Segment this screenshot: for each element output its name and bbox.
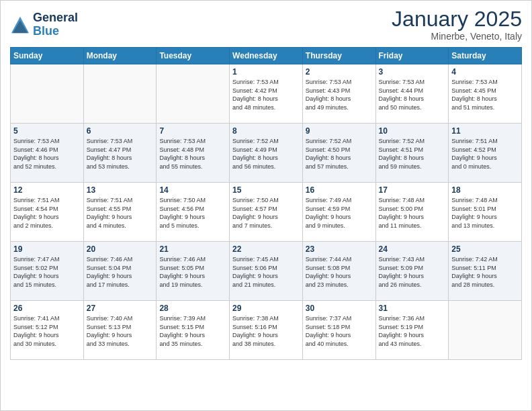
weekday-header-wednesday: Wednesday (230, 48, 303, 64)
day-number: 2 (306, 67, 373, 77)
logo-text: GeneralBlue (33, 11, 78, 38)
day-number: 9 (306, 126, 373, 136)
day-info: Sunrise: 7:53 AM Sunset: 4:42 PM Dayligh… (232, 78, 300, 111)
calendar-cell: 14Sunrise: 7:50 AM Sunset: 4:56 PM Dayli… (157, 183, 230, 242)
day-info: Sunrise: 7:53 AM Sunset: 4:43 PM Dayligh… (306, 78, 373, 111)
calendar-cell: 24Sunrise: 7:43 AM Sunset: 5:09 PM Dayli… (375, 242, 449, 301)
weekday-header-sunday: Sunday (11, 48, 84, 64)
day-info: Sunrise: 7:42 AM Sunset: 5:11 PM Dayligh… (451, 255, 519, 289)
calendar-cell: 17Sunrise: 7:48 AM Sunset: 5:00 PM Dayli… (375, 183, 449, 242)
calendar-cell: 18Sunrise: 7:48 AM Sunset: 5:01 PM Dayli… (449, 183, 522, 242)
day-info: Sunrise: 7:50 AM Sunset: 4:56 PM Dayligh… (159, 196, 226, 230)
day-info: Sunrise: 7:52 AM Sunset: 4:50 PM Dayligh… (306, 137, 373, 171)
day-number: 22 (232, 244, 300, 254)
calendar-cell: 9Sunrise: 7:52 AM Sunset: 4:50 PM Daylig… (302, 124, 375, 183)
day-number: 24 (379, 244, 446, 254)
day-info: Sunrise: 7:39 AM Sunset: 5:15 PM Dayligh… (159, 314, 226, 348)
calendar-cell: 13Sunrise: 7:51 AM Sunset: 4:55 PM Dayli… (83, 183, 157, 242)
week-row-1: 1Sunrise: 7:53 AM Sunset: 4:42 PM Daylig… (11, 64, 522, 124)
calendar-cell: 10Sunrise: 7:52 AM Sunset: 4:51 PM Dayli… (375, 124, 449, 183)
calendar-cell: 26Sunrise: 7:41 AM Sunset: 5:12 PM Dayli… (11, 301, 84, 360)
day-info: Sunrise: 7:47 AM Sunset: 5:02 PM Dayligh… (13, 255, 81, 289)
day-number: 3 (379, 67, 446, 77)
logo-icon (10, 15, 30, 34)
day-info: Sunrise: 7:53 AM Sunset: 4:44 PM Dayligh… (379, 78, 446, 111)
calendar-cell: 1Sunrise: 7:53 AM Sunset: 4:42 PM Daylig… (230, 64, 303, 124)
weekday-header-friday: Friday (375, 48, 449, 64)
day-number: 12 (13, 185, 81, 195)
day-number: 25 (451, 244, 519, 254)
calendar-cell (157, 64, 230, 124)
calendar-cell: 6Sunrise: 7:53 AM Sunset: 4:47 PM Daylig… (83, 124, 157, 183)
calendar-cell: 29Sunrise: 7:38 AM Sunset: 5:16 PM Dayli… (230, 301, 303, 360)
calendar-cell: 8Sunrise: 7:52 AM Sunset: 4:49 PM Daylig… (230, 124, 303, 183)
day-number: 20 (87, 244, 154, 254)
day-info: Sunrise: 7:38 AM Sunset: 5:16 PM Dayligh… (232, 314, 300, 348)
day-number: 15 (232, 185, 300, 195)
day-info: Sunrise: 7:53 AM Sunset: 4:48 PM Dayligh… (159, 137, 226, 171)
calendar-cell: 15Sunrise: 7:50 AM Sunset: 4:57 PM Dayli… (230, 183, 303, 242)
weekday-header-tuesday: Tuesday (157, 48, 230, 64)
day-number: 10 (379, 126, 446, 136)
calendar-table: SundayMondayTuesdayWednesdayThursdayFrid… (10, 47, 522, 360)
day-number: 23 (306, 244, 373, 254)
week-row-2: 5Sunrise: 7:53 AM Sunset: 4:46 PM Daylig… (11, 124, 522, 183)
day-info: Sunrise: 7:50 AM Sunset: 4:57 PM Dayligh… (232, 196, 300, 230)
calendar-cell: 4Sunrise: 7:53 AM Sunset: 4:45 PM Daylig… (449, 64, 522, 124)
day-number: 4 (451, 67, 519, 77)
calendar-cell: 25Sunrise: 7:42 AM Sunset: 5:11 PM Dayli… (449, 242, 522, 301)
location: Minerbe, Veneto, Italy (392, 31, 522, 42)
week-row-5: 26Sunrise: 7:41 AM Sunset: 5:12 PM Dayli… (11, 301, 522, 360)
week-row-3: 12Sunrise: 7:51 AM Sunset: 4:54 PM Dayli… (11, 183, 522, 242)
day-info: Sunrise: 7:53 AM Sunset: 4:45 PM Dayligh… (451, 78, 519, 111)
logo: GeneralBlue (10, 11, 78, 38)
weekday-header-monday: Monday (83, 48, 157, 64)
day-number: 29 (232, 304, 300, 313)
day-info: Sunrise: 7:51 AM Sunset: 4:54 PM Dayligh… (13, 196, 81, 230)
day-info: Sunrise: 7:40 AM Sunset: 5:13 PM Dayligh… (87, 314, 154, 348)
day-info: Sunrise: 7:51 AM Sunset: 4:52 PM Dayligh… (451, 137, 519, 171)
day-number: 14 (159, 185, 226, 195)
day-number: 7 (159, 126, 226, 136)
day-info: Sunrise: 7:43 AM Sunset: 5:09 PM Dayligh… (379, 255, 446, 289)
day-number: 5 (13, 126, 81, 136)
day-number: 16 (306, 185, 373, 195)
calendar-cell: 2Sunrise: 7:53 AM Sunset: 4:43 PM Daylig… (302, 64, 375, 124)
day-number: 30 (306, 304, 373, 313)
month-title: January 2025 (392, 7, 522, 31)
calendar-cell: 28Sunrise: 7:39 AM Sunset: 5:15 PM Dayli… (157, 301, 230, 360)
day-info: Sunrise: 7:48 AM Sunset: 5:00 PM Dayligh… (379, 196, 446, 230)
weekday-header-saturday: Saturday (449, 48, 522, 64)
calendar-page: GeneralBlue January 2025 Minerbe, Veneto… (0, 0, 532, 411)
day-number: 6 (87, 126, 154, 136)
day-number: 13 (87, 185, 154, 195)
day-number: 19 (13, 244, 81, 254)
day-info: Sunrise: 7:44 AM Sunset: 5:08 PM Dayligh… (306, 255, 373, 289)
calendar-cell: 27Sunrise: 7:40 AM Sunset: 5:13 PM Dayli… (83, 301, 157, 360)
day-info: Sunrise: 7:37 AM Sunset: 5:18 PM Dayligh… (306, 314, 373, 348)
day-info: Sunrise: 7:49 AM Sunset: 4:59 PM Dayligh… (306, 196, 373, 230)
calendar-cell: 5Sunrise: 7:53 AM Sunset: 4:46 PM Daylig… (11, 124, 84, 183)
calendar-cell (11, 64, 84, 124)
day-number: 31 (379, 304, 446, 313)
calendar-cell: 3Sunrise: 7:53 AM Sunset: 4:44 PM Daylig… (375, 64, 449, 124)
weekday-header-row: SundayMondayTuesdayWednesdayThursdayFrid… (11, 48, 522, 64)
day-number: 17 (379, 185, 446, 195)
calendar-cell: 31Sunrise: 7:36 AM Sunset: 5:19 PM Dayli… (375, 301, 449, 360)
calendar-cell (449, 301, 522, 360)
day-info: Sunrise: 7:48 AM Sunset: 5:01 PM Dayligh… (451, 196, 519, 230)
calendar-cell: 20Sunrise: 7:46 AM Sunset: 5:04 PM Dayli… (83, 242, 157, 301)
calendar-cell: 23Sunrise: 7:44 AM Sunset: 5:08 PM Dayli… (302, 242, 375, 301)
calendar-cell: 11Sunrise: 7:51 AM Sunset: 4:52 PM Dayli… (449, 124, 522, 183)
calendar-cell: 22Sunrise: 7:45 AM Sunset: 5:06 PM Dayli… (230, 242, 303, 301)
title-block: January 2025 Minerbe, Veneto, Italy (392, 7, 522, 42)
day-info: Sunrise: 7:52 AM Sunset: 4:51 PM Dayligh… (379, 137, 446, 171)
calendar-cell: 21Sunrise: 7:46 AM Sunset: 5:05 PM Dayli… (157, 242, 230, 301)
day-number: 11 (451, 126, 519, 136)
day-info: Sunrise: 7:53 AM Sunset: 4:46 PM Dayligh… (13, 137, 81, 171)
day-number: 27 (87, 304, 154, 313)
day-info: Sunrise: 7:41 AM Sunset: 5:12 PM Dayligh… (13, 314, 81, 348)
day-info: Sunrise: 7:46 AM Sunset: 5:05 PM Dayligh… (159, 255, 226, 289)
day-info: Sunrise: 7:52 AM Sunset: 4:49 PM Dayligh… (232, 137, 300, 171)
calendar-cell: 12Sunrise: 7:51 AM Sunset: 4:54 PM Dayli… (11, 183, 84, 242)
